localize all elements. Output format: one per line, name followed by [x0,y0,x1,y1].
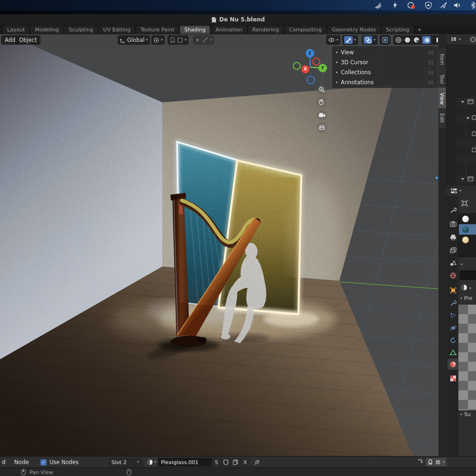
node-menu[interactable]: Node [14,459,29,466]
view-layer-properties-tab[interactable] [447,244,458,256]
3d-viewport[interactable]: Add Object Global▾ ▾ ▾ ▾ ▾ ▾ ▾ ▾ [0,34,446,456]
sidebar-tab-view[interactable]: View [438,88,446,109]
sidebar-tab-tool[interactable]: Tool [438,69,446,89]
panel-handle-dot[interactable] [436,177,438,179]
snap-target-icon[interactable] [177,37,183,43]
output-properties-tab[interactable] [447,231,458,243]
rendered-shading-icon[interactable] [422,36,431,44]
filter-button[interactable] [469,36,476,43]
tab-modeling[interactable]: Modeling [30,26,63,34]
browse-material-icon[interactable] [460,284,468,291]
users-count-button[interactable]: 5 [211,458,221,466]
snapping-magnet-icon[interactable] [427,459,433,465]
use-nodes-checkbox[interactable]: ✓ [40,459,47,466]
npanel-view-row[interactable]: ▸ View [332,48,438,56]
drag-handle[interactable] [428,70,434,74]
physics-properties-tab[interactable] [447,322,458,334]
properties-header: ▾ [446,186,476,197]
tab-texture-paint[interactable]: Texture Paint [136,26,178,34]
pin-icon[interactable] [254,459,260,466]
parent-node-tree-icon[interactable] [416,459,424,466]
gizmo-y-axis[interactable]: Y [318,64,327,72]
sidebar-tab-item[interactable]: Item [438,49,446,70]
tab-uv-editing[interactable]: UV Editing [99,26,135,34]
drag-handle[interactable] [428,80,434,84]
material-slot-1[interactable] [459,214,476,224]
tab-sculpting[interactable]: Sculpting [64,26,97,34]
npanel-annotations-row[interactable]: ▸ Annotations [332,78,438,86]
tab-compositing[interactable]: Compositing [285,26,326,34]
surface-section-header[interactable]: ▾Su [460,411,471,417]
tab-rendering[interactable]: Rendering [248,26,283,34]
solid-shading-icon[interactable] [404,37,411,43]
object-data-properties-tab[interactable] [447,347,458,358]
tab-animation[interactable]: Animation [211,26,247,34]
sidebar-tab-edit[interactable]: Edit [438,108,446,128]
pivot-point-dropdown[interactable]: ▾ [151,35,165,45]
xray-toggle[interactable] [380,35,390,45]
material-slot-3[interactable] [459,235,476,245]
npanel-collections-row[interactable]: ▸ Collections [332,68,438,76]
screen-record-icon[interactable] [407,1,416,10]
zoom-button[interactable] [317,84,327,95]
overlay-grid-icon[interactable] [435,459,441,465]
send-icon[interactable] [440,1,447,9]
shield-check-icon[interactable] [425,1,432,9]
npanel-3dcursor-row[interactable]: ▸ 3D Cursor [332,58,438,66]
tab-geometry-nodes[interactable]: Geometry Nodes [327,26,380,34]
toggle-orthographic-button[interactable] [317,122,327,133]
world-properties-tab[interactable] [447,270,458,281]
slot-dropdown[interactable]: Slot 2▾ [108,458,142,466]
scene-properties-tab[interactable] [447,257,458,268]
gizmo-x-axis[interactable]: X [301,65,309,73]
shading-mode-group: ▾ [393,35,437,45]
gizmo-neg-y-axis[interactable] [293,62,301,70]
material-properties-tab[interactable] [447,358,458,370]
gizmo-z-axis[interactable]: Z [306,49,314,58]
move-view-button[interactable] [316,97,327,107]
display-mode-icon[interactable] [450,36,458,43]
texture-properties-tab[interactable] [447,373,458,384]
editor-type-icon[interactable] [450,188,458,194]
modifier-properties-tab[interactable] [447,298,458,309]
fake-user-shield-icon[interactable] [221,458,230,466]
unlink-button[interactable]: X [240,458,250,466]
constraints-properties-tab[interactable] [447,335,458,346]
material-name-field[interactable] [459,270,476,280]
proportional-editing-controls[interactable]: ▾ [193,35,214,45]
swoosh-icon[interactable] [374,1,382,9]
bolt-icon[interactable] [391,1,399,9]
transform-orientation-dropdown[interactable]: Global▾ [118,35,150,45]
snapping-controls[interactable]: ▾ [168,35,188,45]
show-overlays-toggle[interactable]: ▾ [362,35,377,45]
material-name-input[interactable]: Plexiglass.001 [158,458,211,466]
object-menu[interactable]: Object [15,35,40,45]
new-material-copy-icon[interactable] [230,458,240,466]
show-gizmo-toggle[interactable]: ▾ [342,35,358,45]
gizmo-neg-x-axis[interactable] [312,58,320,66]
object-properties-tab[interactable] [447,285,458,296]
render-properties-tab[interactable] [447,218,458,229]
add-workspace-button[interactable]: + [415,26,424,34]
tab-scripting[interactable]: Scripting [382,26,414,34]
tool-properties-tab[interactable] [447,205,458,216]
drag-handle[interactable] [428,50,434,54]
bluetooth-icon[interactable] [469,1,476,9]
n-panel: ▸ View ▸ 3D Cursor ▸ Collections ▸ Annot… [332,46,438,88]
tab-layout[interactable]: Layout [3,26,29,34]
camera-view-button[interactable] [317,110,327,120]
particles-properties-tab[interactable] [447,310,458,321]
drag-handle[interactable] [428,60,434,64]
material-slot-2-selected[interactable] [459,224,476,235]
material-preview-shading-icon[interactable] [413,37,420,43]
menu-cut-label[interactable]: d [2,459,6,466]
tab-shading[interactable]: Shading [180,26,210,34]
object-type-visibility-dropdown[interactable]: ▾ [326,35,340,45]
gizmo-neg-z-axis[interactable] [307,76,315,84]
browse-material-dropdown[interactable]: ▾ [145,458,158,466]
slot-specials-arrow[interactable]: ▾ [461,263,463,267]
magnet-icon[interactable] [169,37,176,43]
wireframe-shading-icon[interactable] [395,37,402,43]
preview-section-header[interactable]: ▾Pre [460,295,473,301]
volume-icon[interactable] [453,1,461,9]
